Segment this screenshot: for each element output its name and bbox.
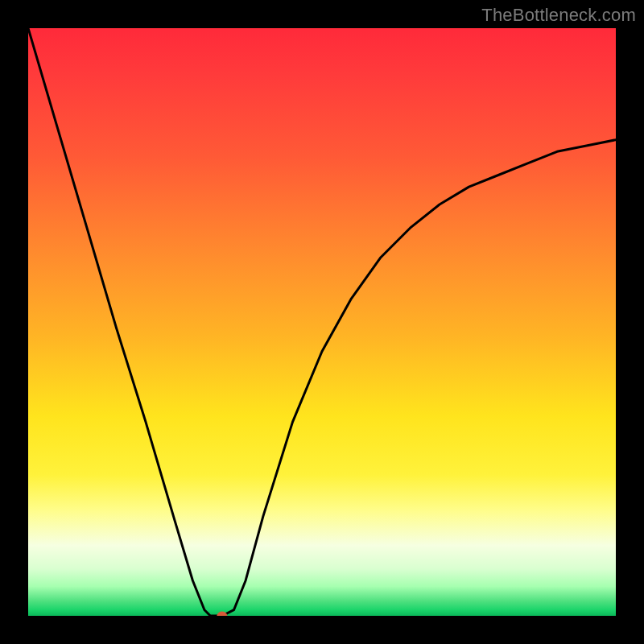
chart-svg — [28, 28, 616, 616]
marker-dot — [217, 612, 227, 616]
chart-frame: TheBottleneck.com — [0, 0, 644, 644]
curve-line — [28, 28, 616, 616]
plot-area — [28, 28, 616, 616]
watermark-text: TheBottleneck.com — [481, 5, 636, 26]
